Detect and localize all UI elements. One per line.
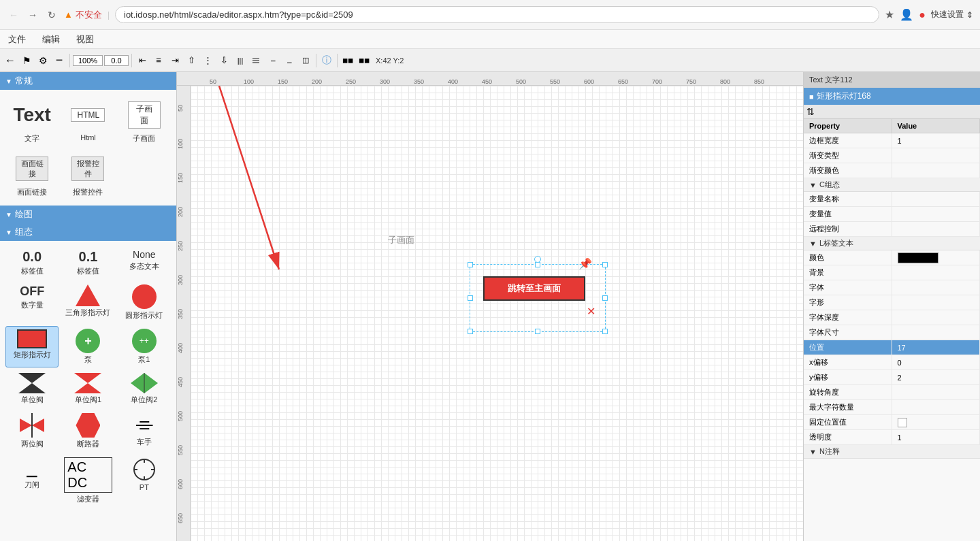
canvas-area[interactable]: 子画面 <box>191 86 803 541</box>
back-button[interactable]: ← <box>7 8 20 22</box>
comp-pump1[interactable]: ++ 泵1 <box>118 326 171 367</box>
prop-fixed-pos-value[interactable] <box>892 415 981 429</box>
handle-br[interactable] <box>602 329 608 334</box>
handle-tl[interactable] <box>468 262 473 267</box>
menu-view[interactable]: 视图 <box>74 32 97 47</box>
comp-valve-single1[interactable]: 单位阀1 <box>61 370 114 408</box>
align-right-button[interactable]: ⇥ <box>167 53 182 68</box>
minus-tool-button[interactable]: − <box>52 53 67 68</box>
info-button[interactable]: ⓘ <box>319 53 334 68</box>
color-swatch[interactable] <box>898 252 938 263</box>
address-bar[interactable] <box>115 6 879 23</box>
comp-html[interactable]: HTML Html <box>61 95 114 146</box>
prop-font-value[interactable] <box>892 280 981 295</box>
handle-bl[interactable] <box>468 329 473 334</box>
comp-knife[interactable]: ⎯ 刀闸 <box>5 455 59 507</box>
section-header-state[interactable]: ▼ 组态 <box>0 223 176 241</box>
comp-pump[interactable]: + 泵 <box>61 326 114 367</box>
preview-btn2[interactable]: ◼◼ <box>357 53 372 68</box>
section-header-normal[interactable]: ▼ 常规 <box>0 72 176 90</box>
subscreen-btn[interactable]: 子画面 <box>128 101 161 129</box>
align-center-button[interactable]: ≡ <box>151 53 166 68</box>
preview-btn1[interactable]: ◼◼ <box>340 53 355 68</box>
comp-valve-single[interactable]: 单位阀 <box>5 370 59 408</box>
comp-digital[interactable]: OFF 数字量 <box>5 282 59 323</box>
menu-file[interactable]: 文件 <box>5 32 29 47</box>
comp-text[interactable]: Text 文字 <box>5 95 59 146</box>
comp-triangle[interactable]: 三角形指示灯 <box>61 282 114 323</box>
same-height-button[interactable]: ⎽ <box>282 53 297 68</box>
offset-input[interactable] <box>104 55 129 66</box>
handle-tr[interactable] <box>602 262 608 267</box>
comp-breaker[interactable]: 断路器 <box>61 410 114 452</box>
select-tool-button[interactable]: ← <box>3 53 18 68</box>
profile-button[interactable]: 👤 <box>900 8 913 21</box>
comp-numeric[interactable]: 0.0 标签值 <box>5 246 59 279</box>
comp-motor[interactable]: PT <box>118 455 171 507</box>
refresh-button[interactable]: ↻ <box>45 8 59 22</box>
prop-gradient-type-value[interactable] <box>892 148 981 163</box>
align-vcenter-button[interactable]: ⋮ <box>200 53 215 68</box>
prop-font-size-value[interactable] <box>892 325 981 340</box>
prop-font-shape-value[interactable] <box>892 295 981 310</box>
bookmark-tool-button[interactable]: ⚑ <box>19 53 34 68</box>
section-l-label-collapse-icon[interactable]: ▼ <box>809 240 817 248</box>
bookmark-star-button[interactable]: ★ <box>885 8 894 21</box>
align-bottom-button[interactable]: ⇩ <box>216 53 231 68</box>
forward-button[interactable]: → <box>26 8 39 22</box>
prop-position-value[interactable]: 17 <box>892 340 981 355</box>
prop-border-width-value[interactable]: 1 <box>892 133 981 148</box>
canvas-button-element[interactable]: 跳转至主画面 <box>483 276 585 301</box>
prop-gradient-color-value[interactable] <box>892 163 981 178</box>
align-top-button[interactable]: ⇧ <box>184 53 199 68</box>
props-sort-icon[interactable]: ⇅ <box>806 106 815 117</box>
prop-background-value[interactable] <box>892 265 981 280</box>
screen-link-btn[interactable]: 画面链接 <box>16 157 48 181</box>
zoom-input[interactable] <box>73 55 103 66</box>
dist-v-button[interactable]: ||| <box>249 53 264 68</box>
prop-var-value-value[interactable] <box>892 207 981 221</box>
edit-handle-icon[interactable]: 📌 <box>578 257 592 270</box>
comp-valve-two[interactable]: 两位阀 <box>5 410 59 452</box>
comp-tag[interactable]: 0.1 标签值 <box>61 246 114 279</box>
comp-circle[interactable]: 圆形指示灯 <box>118 282 171 323</box>
delete-handle-icon[interactable]: ✕ <box>587 305 595 318</box>
prop-remote-ctrl-value[interactable] <box>892 222 981 236</box>
prop-var-name-value[interactable] <box>892 192 981 206</box>
prop-y-offset-value[interactable]: 2 <box>892 370 981 384</box>
prop-rotate-angle-value[interactable] <box>892 385 981 399</box>
handle-tc[interactable] <box>535 262 540 267</box>
comp-valve-single2[interactable]: 单位阀2 <box>118 370 171 408</box>
menu-edit[interactable]: 编辑 <box>39 32 63 47</box>
prop-max-chars-value[interactable] <box>892 400 981 414</box>
settings-tool-button[interactable]: ⚙ <box>35 53 50 68</box>
section-n-note-collapse-icon[interactable]: ▼ <box>809 448 817 456</box>
html-btn[interactable]: HTML <box>71 108 105 122</box>
prop-x-offset-value[interactable]: 0 <box>892 355 981 370</box>
section-header-draw[interactable]: ▼ 绘图 <box>0 206 176 223</box>
comp-transformer[interactable]: AC DC 滤变器 <box>61 455 114 507</box>
handle-mr[interactable] <box>602 295 608 301</box>
group-button[interactable]: ◫ <box>298 53 313 68</box>
quick-settings-button[interactable]: 快速设置 ⇕ <box>931 9 973 20</box>
canvas-element-container[interactable]: 📌 ✕ 跳转至主画面 <box>483 276 585 301</box>
comp-rect-ind[interactable]: 矩形指示灯 <box>5 326 59 367</box>
prop-font-depth-value[interactable] <box>892 310 981 325</box>
prop-opacity-value[interactable]: 1 <box>892 430 981 444</box>
rotate-handle[interactable] <box>534 256 541 263</box>
comp-alarm[interactable]: 报警控件 报警控件 <box>61 149 114 200</box>
fixed-pos-checkbox[interactable] <box>898 418 907 427</box>
prop-color-value[interactable] <box>892 250 981 265</box>
comp-screen-link[interactable]: 画面链接 画面链接 <box>5 149 59 200</box>
comp-carhand[interactable]: ⌯ 车手 <box>118 410 171 452</box>
same-width-button[interactable]: ⎼ <box>265 53 280 68</box>
alarm-btn[interactable]: 报警控件 <box>71 157 104 181</box>
handle-bc[interactable] <box>535 329 540 334</box>
align-left-button[interactable]: ⇤ <box>135 53 150 68</box>
dist-h-button[interactable]: ||| <box>233 53 248 68</box>
section-c-state-collapse-icon[interactable]: ▼ <box>809 181 817 189</box>
comp-subscreen[interactable]: 子画面 子画面 <box>118 95 171 146</box>
extension-button[interactable]: ● <box>919 9 926 21</box>
comp-multistate[interactable]: None 多态文本 <box>118 246 171 279</box>
prop-position-label[interactable]: 位置 <box>804 340 892 355</box>
